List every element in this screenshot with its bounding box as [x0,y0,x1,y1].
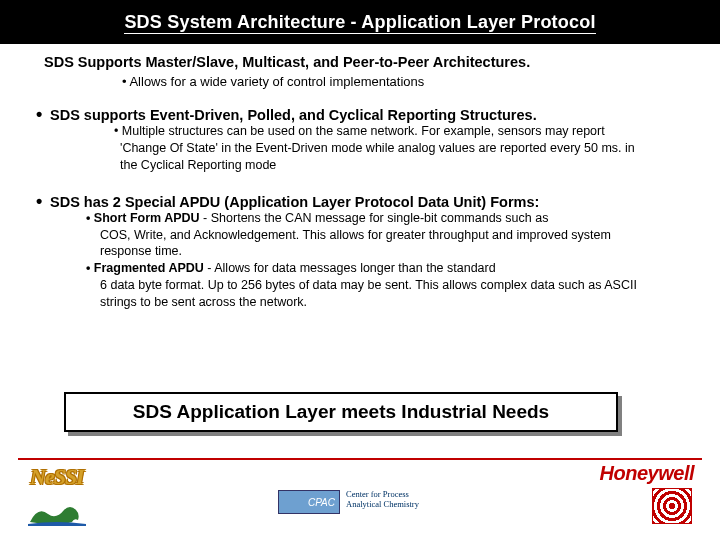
nessi-logo: NeSSI [30,464,84,490]
apdu-fragmented-text: - Allows for data messages longer than t… [204,261,496,275]
apdu-fragmented-cont: 6 data byte format. Up to 256 bytes of d… [76,277,664,311]
apdu-short-form-cont: COS, Write, and Acknowledgement. This al… [76,227,664,261]
section3-body: • Short Form APDU - Shortens the CAN mes… [76,210,664,311]
section2-heading: SDS supports Event-Driven, Polled, and C… [50,107,537,123]
section2-bullet: • Multiple structures can be used on the… [114,123,644,174]
apdu-short-form-label: • Short Form APDU [86,211,200,225]
dragon-icon [28,496,86,526]
honeywell-logo: Honeywell [600,462,694,485]
section1-heading: SDS Supports Master/Slave, Multicast, an… [44,54,684,70]
section2: • SDS supports Event-Driven, Polled, and… [36,107,684,174]
section3-heading: SDS has 2 Special APDU (Application Laye… [50,194,539,210]
page-title: SDS System Architecture - Application La… [124,12,595,34]
callout-text: SDS Application Layer meets Industrial N… [64,392,618,432]
callout-box: SDS Application Layer meets Industrial N… [64,392,618,432]
honeywell-swirl-icon [652,488,692,524]
divider-red [18,458,702,460]
bullet-icon: • [36,107,50,121]
cpac-subtitle: Center for Process Analytical Chemistry [346,490,419,510]
cpac-logo: CPAC [278,490,340,514]
apdu-fragmented-label: • Fragmented APDU [86,261,204,275]
apdu-short-form-text: - Shortens the CAN message for single-bi… [200,211,549,225]
section3: • SDS has 2 Special APDU (Application La… [36,194,684,311]
content-area: SDS Supports Master/Slave, Multicast, an… [36,54,684,311]
bullet-icon: • [36,194,50,208]
title-bar: SDS System Architecture - Application La… [0,0,720,44]
section1-bullet: • Allows for a wide variety of control i… [122,74,684,89]
